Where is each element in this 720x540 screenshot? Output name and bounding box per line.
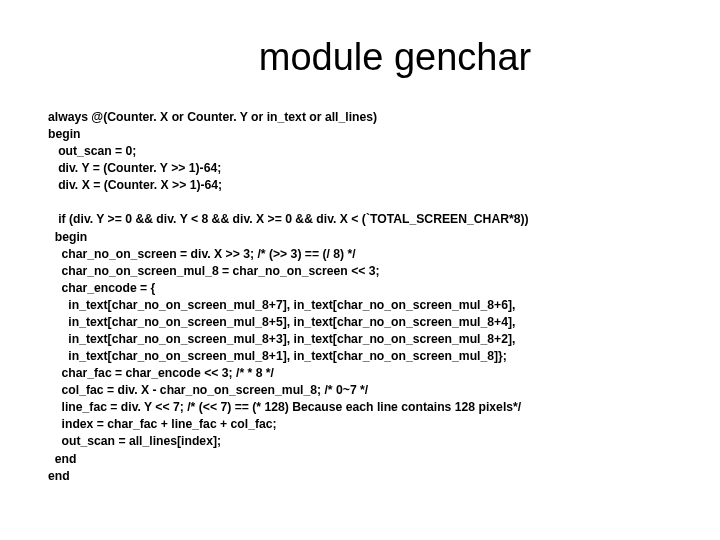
code-block: always @(Counter. X or Counter. Y or in_… xyxy=(0,109,720,485)
slide-title: module genchar xyxy=(70,36,720,79)
slide: module genchar always @(Counter. X or Co… xyxy=(0,0,720,540)
